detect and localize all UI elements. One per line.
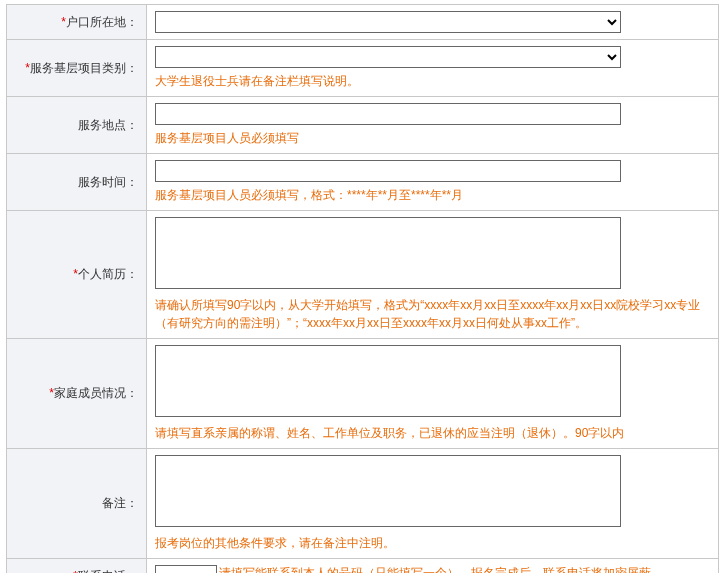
label-phone: *联系电话：	[7, 559, 147, 574]
label-time: 服务时间：	[7, 154, 147, 211]
label-remark: 备注：	[7, 449, 147, 559]
cell-family: 请填写直系亲属的称谓、姓名、工作单位及职务，已退休的应当注明（退休）。90字以内	[147, 339, 719, 449]
cell-hukou	[147, 5, 719, 40]
cell-project: 大学生退役士兵请在备注栏填写说明。	[147, 40, 719, 97]
label-resume: *个人简历：	[7, 211, 147, 339]
cell-place: 服务基层项目人员必须填写	[147, 97, 719, 154]
label-family: *家庭成员情况：	[7, 339, 147, 449]
cell-remark: 报考岗位的其他条件要求，请在备注中注明。	[147, 449, 719, 559]
family-textarea[interactable]	[155, 345, 621, 417]
form-table: *户口所在地： *服务基层项目类别： 大学生退役士兵请在备注栏填写说明。 服务地…	[6, 4, 719, 573]
label-place: 服务地点：	[7, 97, 147, 154]
hukou-select[interactable]	[155, 11, 621, 33]
remark-textarea[interactable]	[155, 455, 621, 527]
cell-time: 服务基层项目人员必须填写，格式：****年**月至****年**月	[147, 154, 719, 211]
resume-textarea[interactable]	[155, 217, 621, 289]
hint-family: 请填写直系亲属的称谓、姓名、工作单位及职务，已退休的应当注明（退休）。90字以内	[155, 424, 710, 442]
hint-place: 服务基层项目人员必须填写	[155, 129, 710, 147]
cell-resume: 请确认所填写90字以内，从大学开始填写，格式为“xxxx年xx月xx日至xxxx…	[147, 211, 719, 339]
hint-remark: 报考岗位的其他条件要求，请在备注中注明。	[155, 534, 710, 552]
label-hukou: *户口所在地：	[7, 5, 147, 40]
hint-phone: 请填写能联系到本人的号码（只能填写一个）。报名完成后，联系电话将加密屏蔽。	[219, 565, 663, 573]
project-select[interactable]	[155, 46, 621, 68]
hint-time: 服务基层项目人员必须填写，格式：****年**月至****年**月	[155, 186, 710, 204]
label-project: *服务基层项目类别：	[7, 40, 147, 97]
hint-project: 大学生退役士兵请在备注栏填写说明。	[155, 72, 710, 90]
phone-input[interactable]	[155, 565, 217, 573]
time-input[interactable]	[155, 160, 621, 182]
hint-resume: 请确认所填写90字以内，从大学开始填写，格式为“xxxx年xx月xx日至xxxx…	[155, 296, 710, 332]
place-input[interactable]	[155, 103, 621, 125]
cell-phone: 请填写能联系到本人的号码（只能填写一个）。报名完成后，联系电话将加密屏蔽。	[147, 559, 719, 574]
